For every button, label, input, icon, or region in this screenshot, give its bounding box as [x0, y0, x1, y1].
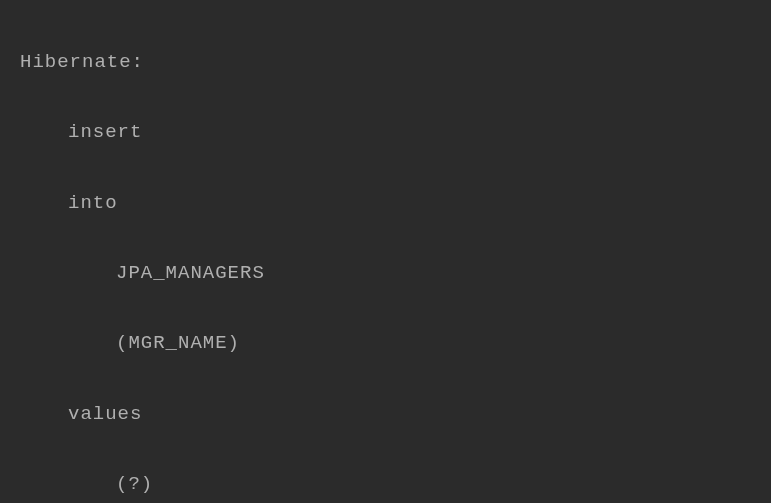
log-line: insert [20, 115, 751, 150]
log-line: into [20, 186, 751, 221]
log-line: Hibernate: [20, 45, 751, 80]
log-line: values [20, 397, 751, 432]
log-line: JPA_MANAGERS [20, 256, 751, 291]
log-line: (MGR_NAME) [20, 326, 751, 361]
console-log-output: Hibernate: insert into JPA_MANAGERS (MGR… [20, 10, 751, 503]
log-line: (?) [20, 467, 751, 502]
